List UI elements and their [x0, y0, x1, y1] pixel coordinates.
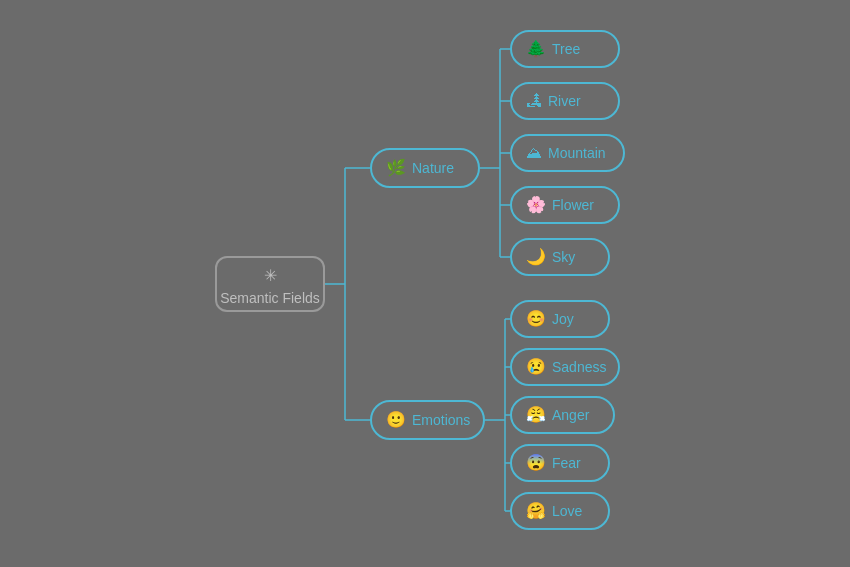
- node-label-love: Love: [552, 503, 582, 519]
- node-label-fear: Fear: [552, 455, 581, 471]
- node-icon-mountain: ⛰: [526, 145, 542, 161]
- node-nature[interactable]: 🌿Nature: [370, 148, 480, 188]
- node-mountain[interactable]: ⛰Mountain: [510, 134, 625, 172]
- node-emotions[interactable]: 🙂Emotions: [370, 400, 485, 440]
- node-label-flower: Flower: [552, 197, 594, 213]
- node-icon-joy: 😊: [526, 311, 546, 327]
- node-joy[interactable]: 😊Joy: [510, 300, 610, 338]
- node-flower[interactable]: 🌸Flower: [510, 186, 620, 224]
- node-label-river: River: [548, 93, 581, 109]
- node-icon-fear: 😨: [526, 455, 546, 471]
- node-river[interactable]: 🏞River: [510, 82, 620, 120]
- node-icon-root: ✳: [264, 268, 277, 284]
- node-anger[interactable]: 😤Anger: [510, 396, 615, 434]
- node-label-joy: Joy: [552, 311, 574, 327]
- node-label-tree: Tree: [552, 41, 580, 57]
- node-love[interactable]: 🤗Love: [510, 492, 610, 530]
- node-icon-love: 🤗: [526, 503, 546, 519]
- node-icon-sky: 🌙: [526, 249, 546, 265]
- node-fear[interactable]: 😨Fear: [510, 444, 610, 482]
- diagram-container: ✳Semantic Fields🌿Nature🙂Emotions🌲Tree🏞Ri…: [0, 0, 850, 567]
- node-label-sadness: Sadness: [552, 359, 606, 375]
- node-label-mountain: Mountain: [548, 145, 606, 161]
- node-label-sky: Sky: [552, 249, 575, 265]
- node-icon-emotions: 🙂: [386, 412, 406, 428]
- node-label-root: Semantic Fields: [220, 290, 320, 306]
- node-icon-river: 🏞: [526, 93, 542, 109]
- node-icon-sadness: 😢: [526, 359, 546, 375]
- node-root[interactable]: ✳Semantic Fields: [215, 256, 325, 312]
- node-sky[interactable]: 🌙Sky: [510, 238, 610, 276]
- node-icon-tree: 🌲: [526, 41, 546, 57]
- node-label-nature: Nature: [412, 160, 454, 176]
- node-sadness[interactable]: 😢Sadness: [510, 348, 620, 386]
- node-icon-anger: 😤: [526, 407, 546, 423]
- node-label-anger: Anger: [552, 407, 589, 423]
- node-icon-nature: 🌿: [386, 160, 406, 176]
- node-tree[interactable]: 🌲Tree: [510, 30, 620, 68]
- node-icon-flower: 🌸: [526, 197, 546, 213]
- connectors-svg: [0, 0, 850, 567]
- node-label-emotions: Emotions: [412, 412, 470, 428]
